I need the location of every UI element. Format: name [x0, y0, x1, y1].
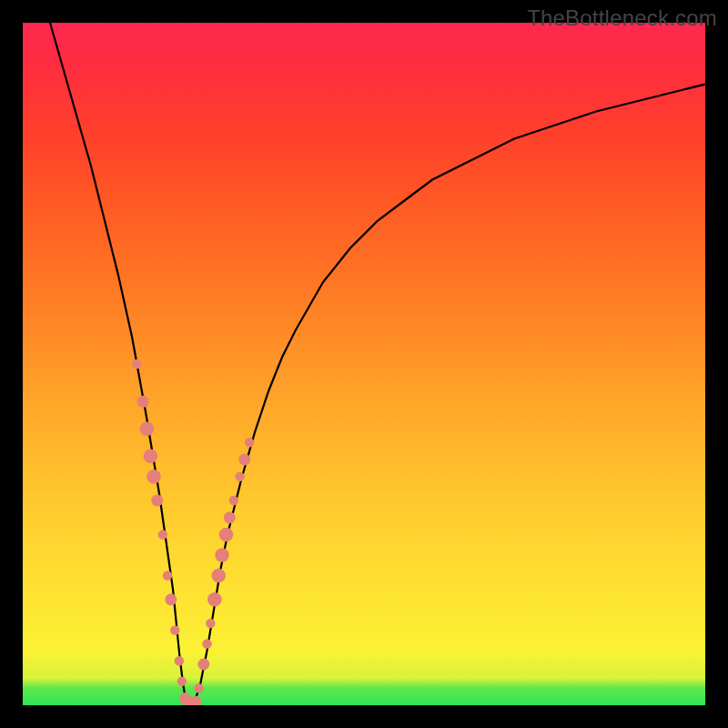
curve-marker: [175, 656, 184, 665]
curve-marker: [219, 528, 234, 542]
curve-marker: [229, 496, 238, 505]
curve-marker: [147, 470, 161, 484]
curve-marker: [235, 472, 244, 481]
bottleneck-chart: [23, 23, 705, 705]
curve-marker: [224, 511, 236, 523]
curve-markers: [132, 359, 254, 705]
curve-marker: [144, 450, 158, 464]
curve-marker: [202, 639, 211, 648]
curve-marker: [207, 592, 222, 607]
curve-marker: [206, 619, 215, 628]
curve-marker: [137, 396, 149, 408]
curve-marker: [132, 359, 141, 369]
curve-marker: [158, 530, 167, 539]
curve-marker: [189, 696, 201, 705]
curve-marker: [177, 677, 187, 686]
curve-marker: [245, 438, 254, 447]
curve-marker: [151, 495, 163, 507]
curve-marker: [163, 571, 172, 580]
curve-marker: [165, 593, 177, 605]
curve-marker: [197, 659, 209, 671]
bottleneck-curve-line: [50, 23, 705, 705]
curve-marker: [140, 422, 155, 437]
curve-marker: [211, 569, 226, 583]
curve-marker: [170, 625, 179, 634]
curve-marker: [194, 683, 203, 693]
curve-marker: [215, 548, 229, 562]
curve-marker: [238, 454, 250, 466]
